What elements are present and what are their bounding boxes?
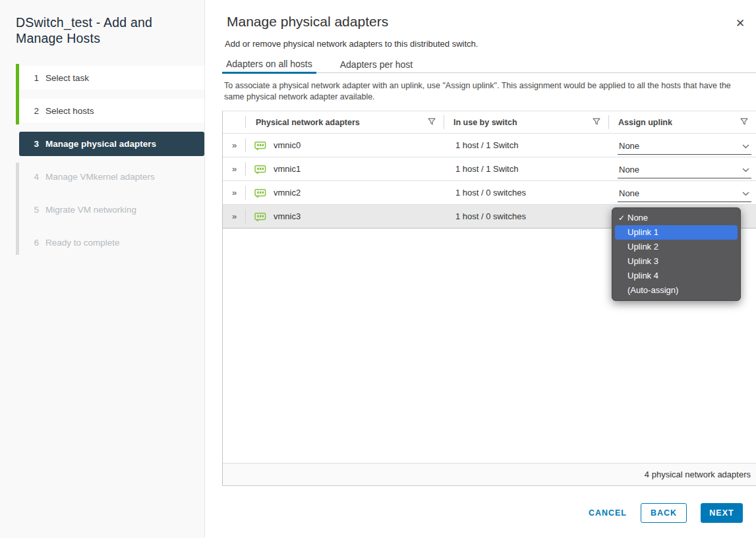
step-label: Ready to complete [45,238,120,248]
tab-adapters-per-host[interactable]: Adapters per host [336,56,417,72]
nic-adapter-icon [254,141,266,150]
step-label: Select task [45,73,89,83]
filter-icon[interactable] [593,118,600,127]
wizard-content-pane: ✕ Manage physical adapters Add or remove… [206,0,756,538]
grid-footer: 4 physical network adapters [223,463,756,486]
column-header-physical-network-adapters[interactable]: Physical network adapters [246,111,444,133]
step-ready-to-complete: 6 Ready to complete [19,230,204,254]
in-use-value: 1 host / 1 Switch [444,134,608,157]
step-manage-physical-adapters-active[interactable]: 3 Manage physical adapters [19,132,204,156]
table-row-vmnic0: » vmnic0 1 host / 1 Switch None [223,134,756,157]
wizard-actions: CANCEL BACK NEXT [589,503,743,523]
in-use-value: 1 host / 0 switches [444,181,608,204]
step-select-task[interactable]: 1 Select task [19,66,204,90]
filter-icon[interactable] [740,118,748,127]
check-icon: ✓ [618,211,625,225]
dropdown-option-label: Uplink 2 [627,242,658,252]
nic-adapter-icon [254,165,266,174]
column-label: In use by switch [453,118,517,127]
column-header-in-use-by-switch[interactable]: In use by switch [444,111,608,133]
dropdown-option-label: (Auto-assign) [627,285,678,295]
step-number: 5 [31,205,39,215]
assign-uplink-select[interactable]: None [618,186,751,202]
step-number: 2 [31,106,39,116]
expand-column-header [223,111,246,133]
assign-uplink-select[interactable]: None [618,138,751,155]
grid-header-row: Physical network adapters In use by swit… [223,111,756,134]
tab-adapters-on-all-hosts[interactable]: Adapters on all hosts [222,56,316,74]
expand-row-icon[interactable]: » [223,205,246,228]
chevron-down-icon [742,165,749,175]
dropdown-option-uplink-4[interactable]: Uplink 4 [615,269,738,283]
nic-adapter-icon [254,212,266,221]
page-title: Manage physical adapters [227,14,388,30]
adapter-name: vmnic2 [274,188,301,198]
next-button[interactable]: NEXT [701,503,743,523]
nic-adapter-icon [254,188,266,198]
step-migrate-vm-networking: 5 Migrate VM networking [19,198,204,221]
dropdown-option-label: None [627,213,648,223]
selected-uplink-value: None [619,141,639,151]
expand-row-icon[interactable]: » [223,181,246,204]
step-label: Migrate VM networking [45,205,136,215]
step-number: 1 [31,73,39,83]
step-label: Manage VMkernel adapters [45,172,155,182]
back-button[interactable]: BACK [641,503,687,523]
column-label: Assign uplink [618,118,672,127]
wizard-title: DSwitch_test - Add and Manage Hosts [16,14,186,46]
adapter-name: vmnic0 [274,140,301,150]
chevron-down-icon [742,188,749,198]
dropdown-option-uplink-1[interactable]: Uplink 1 [615,225,738,240]
step-label: Manage physical adapters [45,139,156,149]
table-row-vmnic2: » vmnic2 1 host / 0 switches None [223,181,756,205]
assign-uplink-select[interactable]: None [618,162,751,178]
tab-bar: Adapters on all hosts Adapters per host [222,56,756,73]
instruction-note: To associate a physical network adapter … [224,80,751,102]
step-label: Select hosts [45,106,94,116]
dropdown-option-none[interactable]: ✓ None [615,211,738,225]
chevron-down-icon [742,141,749,151]
step-number: 6 [31,238,39,248]
in-use-value: 1 host / 0 switches [444,205,608,228]
step-number: 3 [31,139,39,149]
uplink-dropdown-menu: ✓ None Uplink 1 Uplink 2 Uplink 3 Uplink… [612,207,741,301]
page-subtitle: Add or remove physical network adapters … [225,39,478,49]
cancel-button[interactable]: CANCEL [589,508,627,518]
expand-row-icon[interactable]: » [223,134,246,157]
close-icon[interactable]: ✕ [734,16,747,30]
dropdown-option-label: Uplink 4 [627,271,658,281]
column-header-assign-uplink[interactable]: Assign uplink [608,111,756,133]
dropdown-option-label: Uplink 1 [627,227,658,237]
wizard-sidebar: DSwitch_test - Add and Manage Hosts 1 Se… [0,0,205,538]
selected-uplink-value: None [619,188,639,198]
dropdown-option-uplink-2[interactable]: Uplink 2 [615,240,738,254]
column-label: Physical network adapters [256,118,360,127]
adapter-name: vmnic3 [274,211,301,221]
expand-row-icon[interactable]: » [223,157,246,180]
table-row-vmnic1: » vmnic1 1 host / 1 Switch None [223,157,756,181]
adapter-count: 4 physical network adapters [645,470,751,479]
step-manage-vmkernel-adapters: 4 Manage VMkernel adapters [19,165,204,188]
dropdown-option-uplink-3[interactable]: Uplink 3 [615,254,738,269]
dropdown-option-auto-assign[interactable]: (Auto-assign) [615,283,738,298]
adapter-name: vmnic1 [274,164,301,174]
selected-uplink-value: None [619,165,639,175]
filter-icon[interactable] [428,118,436,127]
in-use-value: 1 host / 1 Switch [444,157,608,180]
step-number: 4 [31,172,39,182]
step-select-hosts[interactable]: 2 Select hosts [19,99,204,122]
dropdown-option-label: Uplink 3 [627,256,658,266]
